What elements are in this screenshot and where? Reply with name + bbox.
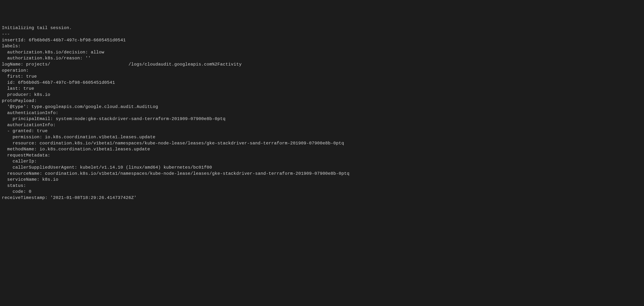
log-line: last: true <box>2 86 34 91</box>
log-line: id: 6fb6b0d5-46b7-497c-bf98-6605451d0541 <box>2 80 115 85</box>
log-line: principalEmail: system:node:gke-stackdri… <box>2 117 226 121</box>
log-line: authorizationInfo: <box>2 123 56 128</box>
log-line: insertId: 6fb6b0d5-46b7-497c-bf98-660545… <box>2 38 126 43</box>
log-line: authenticationInfo: <box>2 111 58 115</box>
log-line: code: 0 <box>2 189 32 194</box>
log-line: logName: projects/ /logs/cloudaudit.goog… <box>2 62 242 67</box>
log-line: serviceName: k8s.io <box>2 177 58 182</box>
log-line: requestMetadata: <box>2 153 50 158</box>
log-line: authorization.k8s.io/decision: allow <box>2 50 104 55</box>
log-line: '@type': type.googleapis.com/google.clou… <box>2 104 158 109</box>
log-line: producer: k8s.io <box>2 92 50 97</box>
log-line: protoPayload: <box>2 98 37 103</box>
log-line: Initializing tail session. <box>2 25 72 30</box>
log-line: authorization.k8s.io/reason: '' <box>2 56 91 61</box>
log-line: labels: <box>2 44 20 49</box>
log-line: resourceName: coordination.k8s.io/v1beta… <box>2 171 350 176</box>
log-line: receiveTimestamp: '2021-01-08T18:29:26.4… <box>2 195 136 200</box>
log-line: callerIp: <box>2 159 37 164</box>
log-line: methodName: io.k8s.coordination.v1beta1.… <box>2 147 150 152</box>
log-line: - granted: true <box>2 129 48 134</box>
log-line: resource: coordination.k8s.io/v1beta1/na… <box>2 141 344 146</box>
log-line: first: true <box>2 74 37 79</box>
terminal-output[interactable]: Initializing tail session. --- insertId:… <box>2 25 642 201</box>
log-line: permission: io.k8s.coordination.v1beta1.… <box>2 135 155 140</box>
log-line: status: <box>2 183 26 188</box>
log-line: operation: <box>2 68 29 73</box>
log-line: --- <box>2 32 10 36</box>
log-line: callerSuppliedUserAgent: kubelet/v1.14.1… <box>2 165 212 170</box>
